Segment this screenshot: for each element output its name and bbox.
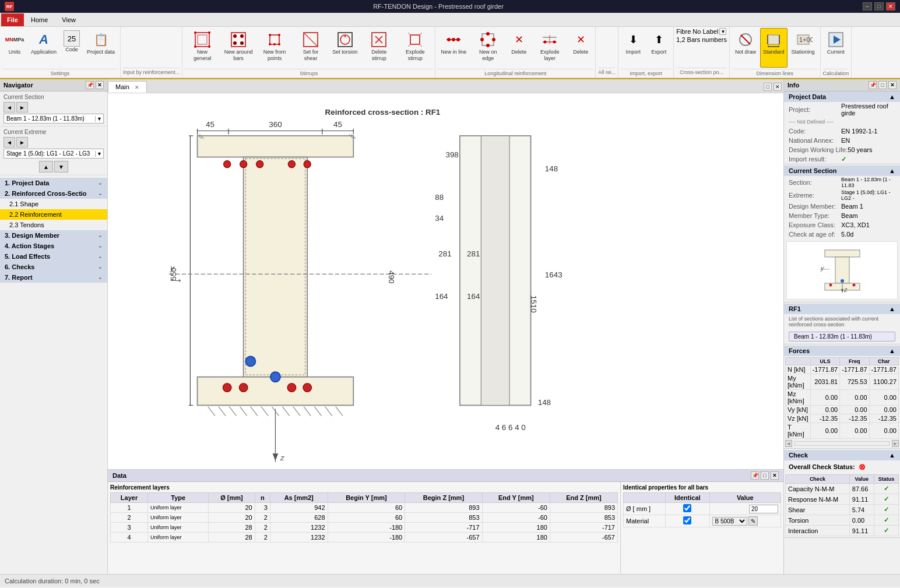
canvas-expand-btn[interactable]: □ — [764, 83, 772, 91]
code-btn[interactable]: 25 Code — [61, 28, 83, 68]
svg-text:1510: 1510 — [529, 295, 538, 313]
not-draw-btn[interactable]: Not draw — [732, 28, 759, 68]
material-edit-btn[interactable]: ✎ — [748, 516, 758, 526]
export-btn[interactable]: ⬆ Export — [646, 28, 671, 68]
explode-stirrup-label: Explode stirrup — [400, 49, 430, 62]
restore-btn[interactable]: □ — [874, 2, 884, 10]
forces-header[interactable]: Forces ▲ — [784, 346, 900, 356]
new-general-btn[interactable]: New general — [185, 28, 220, 68]
extreme-dropdown-btn[interactable]: ▼ — [95, 151, 103, 157]
nav-pin-btn[interactable]: 📌 — [86, 81, 94, 89]
tree-item-reinforcement[interactable]: 2.2 Reinforcement — [0, 209, 107, 220]
svg-line-104 — [325, 407, 332, 416]
current-btn[interactable]: Current — [824, 28, 848, 68]
new-from-points-btn[interactable]: New from points — [257, 28, 292, 68]
file-menu-btn[interactable]: File — [1, 13, 24, 26]
delete2-icon: ✕ — [571, 30, 590, 49]
units-btn[interactable]: MNMPa Units — [2, 28, 27, 68]
tree-item-shape[interactable]: 2.1 Shape — [0, 199, 107, 209]
svg-marker-81 — [273, 453, 279, 460]
tree-item-tendons[interactable]: 2.3 Tendons — [0, 220, 107, 230]
col-begin-z: Begin Z [mm] — [405, 493, 482, 503]
delete2-btn[interactable]: ✕ Delete — [568, 28, 593, 68]
overall-check-icon: ⊗ — [859, 462, 866, 471]
tree-item-action-stages[interactable]: 4. Action Stages ⌄ — [0, 241, 107, 251]
project-data-header[interactable]: Project Data ▲ — [784, 91, 900, 102]
svg-point-40 — [544, 41, 547, 44]
extreme-prev-btn[interactable]: ◄ — [3, 137, 15, 147]
reinforcement-row: 2 Uniform layer 20 2 628 60 853 -60 853 — [111, 513, 618, 523]
info-pin-btn[interactable]: 📌 — [869, 81, 877, 89]
rf1-header[interactable]: RF1 ▲ — [784, 304, 900, 314]
info-close-btn[interactable]: ✕ — [888, 81, 897, 89]
explode-stirrup-btn[interactable]: Explode stirrup — [398, 28, 433, 68]
project-row-undefined: ---- Not Defined ---- — [784, 117, 900, 126]
home-menu-item[interactable]: Home — [24, 13, 55, 26]
diameter-value-input[interactable] — [749, 505, 778, 513]
material-select[interactable]: B 500B — [712, 517, 747, 526]
section-prev-btn[interactable]: ◄ — [3, 102, 15, 112]
tree-item-project-data[interactable]: 1. Project Data ⌄ — [0, 178, 107, 188]
forces-scroll-right-btn[interactable]: ► — [892, 440, 899, 447]
svg-point-15 — [273, 43, 276, 45]
tree-item-report[interactable]: 7. Report ⌄ — [0, 272, 107, 283]
diameter-identical-checkbox[interactable] — [683, 504, 691, 512]
delete-stirrup-btn[interactable]: Delete stirrup — [361, 28, 396, 68]
window-controls[interactable]: ─ □ ✕ — [863, 2, 895, 10]
main-tab[interactable]: Main ✕ — [108, 81, 147, 93]
beam-section-btn[interactable]: Beam 1 - 12.83m (1 - 11.83m) — [789, 332, 895, 341]
current-section-info-header[interactable]: Current Section ▲ — [784, 166, 900, 176]
view-menu-item[interactable]: View — [55, 13, 83, 26]
minimize-btn[interactable]: ─ — [863, 2, 872, 10]
forces-row: N [kN] -1771.87 -1771.87 -1771.87 — [786, 365, 899, 374]
check-row: Torsion 0.00 ✓ — [786, 515, 899, 526]
svg-point-10 — [240, 41, 244, 45]
set-for-shear-btn[interactable]: Set for shear — [293, 28, 328, 68]
explode-layer-btn[interactable]: Explode layer — [532, 28, 567, 68]
tab-close-icon[interactable]: ✕ — [135, 84, 139, 90]
ribbon-group-import-export: ⬇ Import ⬆ Export Import, export — [618, 27, 674, 78]
check-header[interactable]: Check ▲ — [784, 450, 900, 460]
info-panel: Info 📌 □ ✕ Project Data ▲ Project: Prest… — [783, 79, 900, 574]
extreme-down-btn[interactable]: ▼ — [54, 161, 68, 172]
data-pin-btn[interactable]: 📌 — [751, 471, 759, 480]
svg-line-17 — [304, 33, 318, 47]
new-in-line-btn[interactable]: New in line — [438, 28, 469, 68]
navigator-tree: 1. Project Data ⌄ 2. Reinforced Cross-Se… — [0, 175, 107, 574]
standard-btn[interactable]: Standard — [760, 28, 788, 68]
svg-line-24 — [408, 33, 410, 35]
close-btn[interactable]: ✕ — [886, 2, 895, 10]
section-next-btn[interactable]: ► — [16, 102, 28, 112]
svg-point-11 — [269, 34, 271, 36]
forces-scroll-left-btn[interactable]: ◄ — [785, 440, 792, 447]
new-on-edge-btn[interactable]: New on edge — [470, 28, 505, 68]
set-torsion-btn[interactable]: Set torsion — [329, 28, 360, 68]
tree-item-checks[interactable]: 6. Checks ⌄ — [0, 262, 107, 272]
delete-long-btn[interactable]: ✕ Delete — [507, 28, 531, 68]
section-dropdown-btn[interactable]: ▼ — [95, 116, 103, 122]
canvas-close-btn[interactable]: ✕ — [774, 83, 782, 91]
data-close-btn[interactable]: ✕ — [771, 471, 779, 480]
tree-item-load-effects[interactable]: 5. Load Effects ⌄ — [0, 251, 107, 262]
nav-close-btn[interactable]: ✕ — [96, 81, 104, 89]
standard-label: Standard — [763, 49, 785, 55]
project-data-btn[interactable]: 📋 Project data — [84, 28, 118, 68]
data-expand-btn[interactable]: □ — [761, 471, 769, 480]
extreme-next-btn[interactable]: ► — [16, 137, 28, 147]
tree-item-cross-section[interactable]: 2. Reinforced Cross-Sectio ⌄ — [0, 188, 107, 199]
new-around-bars-btn[interactable]: New around bars — [221, 28, 256, 68]
svg-line-26 — [408, 44, 410, 47]
material-identical-checkbox[interactable] — [683, 516, 691, 524]
stationing-btn[interactable]: 1+00 Stationing — [789, 28, 818, 68]
rf1-section: RF1 ▲ List of sections associated with c… — [784, 304, 900, 344]
info-expand-btn[interactable]: □ — [878, 81, 887, 89]
forces-row: My [kNm] 2031.81 725.53 1100.27 — [786, 374, 899, 390]
application-btn[interactable]: A Application — [28, 28, 59, 68]
tree-item-design-member[interactable]: 3. Design Member ⌄ — [0, 230, 107, 241]
fibre-dropdown-btn[interactable]: ▼ — [719, 28, 726, 35]
extreme-up-btn[interactable]: ▲ — [39, 161, 53, 172]
import-btn[interactable]: ⬇ Import — [621, 28, 645, 68]
identical-row-diameter: Ø [ mm ] — [624, 503, 781, 515]
project-data-label: Project data — [87, 49, 115, 55]
navigator-title: Navigator — [3, 82, 33, 89]
